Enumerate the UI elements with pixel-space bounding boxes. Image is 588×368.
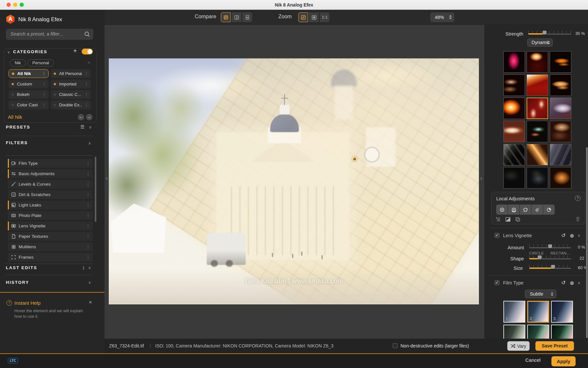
collapse-section-icon[interactable]: ∧	[578, 233, 580, 238]
filter-light-leaks[interactable]: Light Leaks⋮	[8, 201, 93, 209]
luminosity-mask-tool-button[interactable]	[531, 205, 543, 215]
film-mode-dropdown[interactable]: Subtle	[525, 290, 556, 298]
add-category-button[interactable]: +	[73, 47, 77, 55]
slider-handle[interactable]	[543, 31, 547, 35]
filter-basic-adjustments[interactable]: Basic Adjustments⋮	[8, 169, 93, 178]
category-color-cast[interactable]: ★Color Cast⋮	[8, 100, 49, 109]
apply-button[interactable]: Apply	[551, 356, 576, 366]
filter-film-type[interactable]: Film Type⋮	[8, 159, 93, 168]
control-point-tool-button[interactable]	[496, 205, 508, 215]
remove-filter-icon[interactable]: ⊗	[570, 280, 574, 286]
film-thumb[interactable]: 3	[551, 301, 573, 323]
kebab-menu-icon[interactable]: ⋮	[42, 102, 46, 107]
kebab-menu-icon[interactable]: ⋮	[84, 92, 89, 97]
collapse-left-panel-arrow[interactable]: ‹	[106, 175, 108, 182]
slider-handle[interactable]	[551, 265, 555, 269]
light-leak-thumb[interactable]	[550, 74, 571, 96]
remove-filter-icon[interactable]: ⊗	[570, 233, 574, 239]
zoom-level-dropdown[interactable]: 48%	[430, 12, 454, 22]
light-leak-thumb[interactable]	[503, 74, 525, 96]
photo-canvas[interactable]: Taku Kumabe | www.smaku.com	[109, 58, 479, 304]
last-edits-chevron-icon[interactable]: ∨	[88, 266, 91, 270]
favorite-star-icon[interactable]: ★	[87, 60, 91, 65]
category-custom[interactable]: ★Custom⋮	[8, 80, 49, 88]
slider-handle[interactable]	[548, 244, 552, 248]
strength-slider[interactable]	[528, 30, 571, 35]
slider-handle[interactable]	[538, 255, 542, 259]
vary-button[interactable]: Vary	[507, 341, 530, 351]
light-leak-thumb[interactable]	[550, 144, 571, 165]
control-point-area-tool-button[interactable]	[508, 205, 519, 215]
light-leak-thumb[interactable]	[550, 121, 571, 142]
category-classic-camera[interactable]: ★Classic C...⋮	[51, 90, 91, 99]
categories-collapse-chevron-icon[interactable]: ∨	[7, 50, 10, 54]
light-leak-thumb[interactable]	[550, 51, 571, 73]
kebab-menu-icon[interactable]: ⋮	[86, 171, 90, 176]
lens-vignette-checkbox[interactable]: ✓	[495, 233, 499, 238]
filter-levels-curves[interactable]: Levels & Curves⋮	[8, 180, 93, 189]
film-thumb[interactable]	[551, 325, 573, 339]
kebab-menu-icon[interactable]: ⋮	[86, 203, 90, 207]
compare-split-horizontal-button[interactable]	[242, 12, 252, 22]
trash-icon[interactable]	[575, 216, 580, 222]
light-leak-thumb[interactable]	[550, 167, 571, 189]
light-leak-thumb[interactable]	[503, 167, 525, 189]
kebab-menu-icon[interactable]: ⋮	[42, 82, 46, 86]
kebab-menu-icon[interactable]: ⋮	[86, 213, 90, 218]
size-slider[interactable]	[529, 264, 571, 269]
sidebar-scrollbar[interactable]	[95, 157, 96, 222]
invert-mask-icon[interactable]	[505, 217, 511, 222]
light-leak-thumb[interactable]	[503, 144, 525, 165]
light-leak-thumb[interactable]	[527, 121, 548, 142]
film-thumb[interactable]	[527, 325, 549, 339]
reset-icon[interactable]: ↺	[561, 232, 565, 238]
mode-dropdown[interactable]: Dynamic	[527, 38, 553, 47]
kebab-menu-icon[interactable]: ⋮	[86, 223, 90, 228]
film-thumb-selected[interactable]: 2	[527, 301, 549, 323]
stepper-arrows-icon[interactable]	[449, 15, 452, 19]
filter-paper-textures[interactable]: Paper Textures⋮	[8, 232, 93, 241]
filter-photo-plate[interactable]: Photo Plate⋮	[8, 211, 93, 220]
film-thumb[interactable]	[503, 325, 525, 339]
category-bokeh[interactable]: ★Bokeh⋮	[8, 90, 49, 99]
color-mask-tool-button[interactable]	[543, 205, 555, 215]
duplicate-icon[interactable]	[515, 217, 520, 222]
light-leak-thumb[interactable]	[550, 98, 571, 119]
filter-lens-vignette[interactable]: Lens Vignette⋮	[8, 222, 93, 230]
category-all-personal[interactable]: ★All Personal⋮	[51, 69, 91, 78]
kebab-menu-icon[interactable]: ⋮	[86, 161, 90, 166]
zoom-fill-button[interactable]	[309, 12, 319, 22]
close-icon[interactable]: ×	[89, 299, 92, 305]
kebab-menu-icon[interactable]: ⋮	[86, 182, 90, 187]
save-preset-button[interactable]: Save Preset	[535, 341, 574, 351]
film-thumb[interactable]: 1	[503, 301, 525, 323]
nondestructive-checkbox[interactable]	[393, 343, 398, 348]
kebab-menu-icon[interactable]: ⋮	[86, 234, 90, 239]
presets-chevron-icon[interactable]: ∨	[89, 125, 92, 130]
amount-slider[interactable]	[529, 244, 571, 249]
kebab-menu-icon[interactable]: ⋮	[42, 71, 46, 76]
prev-category-button[interactable]: ←	[78, 114, 84, 120]
light-leak-thumb[interactable]	[503, 51, 525, 73]
presets-view-icon[interactable]: ☰	[80, 124, 85, 130]
kebab-menu-icon[interactable]: ⋮	[84, 82, 89, 86]
light-leak-thumb[interactable]	[527, 74, 548, 96]
zoom-one-to-one-button[interactable]: 1:1	[320, 12, 330, 22]
collapse-section-icon[interactable]: ∧	[578, 281, 580, 285]
category-all-nik[interactable]: ★All Nik⋮	[8, 69, 49, 78]
film-type-checkbox[interactable]: ✓	[495, 280, 499, 285]
tab-personal[interactable]: Personal	[27, 59, 54, 67]
polygon-tool-button[interactable]	[520, 205, 531, 215]
filter-frames[interactable]: Frames⋮	[8, 253, 93, 262]
light-leak-thumb[interactable]	[527, 144, 548, 165]
shape-slider[interactable]	[529, 255, 571, 260]
light-leak-thumb[interactable]	[503, 98, 525, 119]
reset-icon[interactable]: ↺	[561, 280, 565, 286]
search-input[interactable]: Search a preset, a filter...	[6, 29, 93, 40]
light-leak-thumb-selected[interactable]	[527, 98, 548, 119]
zoom-fit-button[interactable]	[298, 12, 308, 22]
light-leak-thumb[interactable]	[527, 51, 548, 73]
right-panel-scrollbar[interactable]	[586, 147, 588, 338]
mask-list-icon[interactable]	[496, 217, 501, 222]
filter-multilens[interactable]: Multilens⋮	[8, 242, 93, 251]
